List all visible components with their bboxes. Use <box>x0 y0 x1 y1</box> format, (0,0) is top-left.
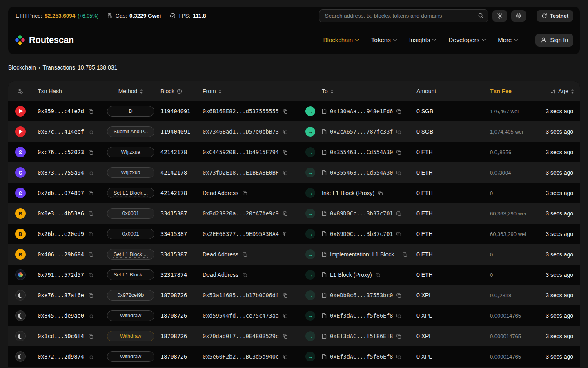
method-pill[interactable]: Withdraw <box>107 310 154 321</box>
to-address-link[interactable]: Implementation: L1 Block... <box>330 251 399 258</box>
block-link[interactable]: 42142178 <box>160 149 187 155</box>
copy-icon[interactable] <box>88 211 94 216</box>
copy-icon[interactable] <box>283 109 288 114</box>
search-input[interactable] <box>324 12 474 19</box>
nav-item-tokens[interactable]: Tokens <box>371 36 397 43</box>
block-link[interactable]: 119404091 <box>160 108 190 114</box>
theme-toggle-button[interactable] <box>492 10 507 22</box>
copy-icon[interactable] <box>88 252 94 257</box>
copy-icon[interactable] <box>242 272 247 278</box>
from-address-link[interactable]: 0x7346Bad1...D57e0bbB73 <box>203 128 279 135</box>
sort-icon[interactable] <box>571 89 574 94</box>
tx-hash-link[interactable]: 0x845...de9ae0 <box>38 312 84 319</box>
method-pill[interactable]: Set L1 Block ... <box>107 249 154 260</box>
copy-icon[interactable] <box>402 252 408 257</box>
method-pill[interactable]: Set L1 Block ... <box>107 269 154 280</box>
to-address-link[interactable]: 0x89D0Cc...3b37c701 <box>330 210 393 217</box>
age-value[interactable]: 3 secs ago <box>546 251 573 258</box>
copy-icon[interactable] <box>242 191 247 196</box>
sort-icon[interactable] <box>140 89 143 94</box>
age-value[interactable]: 3 secs ago <box>546 272 573 278</box>
age-value[interactable]: 3 secs ago <box>546 333 573 339</box>
block-link[interactable]: 32317874 <box>160 272 187 278</box>
sign-in-button[interactable]: Sign In <box>535 34 573 47</box>
network-button[interactable]: Testnet <box>537 10 573 22</box>
to-address-link[interactable]: 0xEf3dAC...f5f86Ef8 <box>330 312 393 319</box>
copy-icon[interactable] <box>88 129 94 135</box>
copy-icon[interactable] <box>396 231 401 237</box>
sort-icon[interactable] <box>218 89 222 94</box>
tx-hash-link[interactable]: 0x1cd...50c6f4 <box>38 333 84 339</box>
search-icon[interactable] <box>478 13 484 19</box>
block-link[interactable]: 33415387 <box>160 210 187 217</box>
age-value[interactable]: 3 secs ago <box>546 149 573 155</box>
from-address-link[interactable]: 0x6B16BE82...d537555555 <box>203 108 279 114</box>
copy-icon[interactable] <box>283 354 288 359</box>
age-value[interactable]: 3 secs ago <box>546 108 573 114</box>
tx-hash-link[interactable]: 0x7db...074897 <box>38 190 84 196</box>
to-address-link[interactable]: 0xf30aAa...948e1Fd6 <box>330 108 393 114</box>
copy-icon[interactable] <box>396 293 401 298</box>
to-address-link[interactable]: 0xeDb8c6...37553bc0 <box>330 292 393 298</box>
copy-icon[interactable] <box>88 170 94 175</box>
method-pill[interactable]: Set L1 Block ... <box>107 188 154 198</box>
nav-item-blockchain[interactable]: Blockchain <box>323 36 359 43</box>
from-address-link[interactable]: 0x5e60F2b2...BC3d5a940c <box>203 353 279 360</box>
block-link[interactable]: 33415387 <box>160 251 187 258</box>
sort-direction-icon[interactable] <box>550 89 556 94</box>
tx-hash-link[interactable]: 0xc76...c52023 <box>38 149 84 155</box>
to-address-link[interactable]: 0x2cA657...787fc33f <box>330 128 393 135</box>
copy-icon[interactable] <box>283 170 288 175</box>
from-address-link[interactable]: 0xC4459208...1b4915F794 <box>203 149 279 155</box>
copy-icon[interactable] <box>396 129 401 135</box>
copy-icon[interactable] <box>396 170 401 175</box>
to-address-link[interactable]: Ink: L1 Block (Proxy) <box>322 190 374 196</box>
age-value[interactable]: 3 secs ago <box>546 190 573 196</box>
nav-item-insights[interactable]: Insights <box>409 36 437 43</box>
block-link[interactable]: 18708726 <box>160 292 187 298</box>
method-pill[interactable]: 0x0001 <box>107 208 154 219</box>
copy-icon[interactable] <box>283 150 288 155</box>
copy-icon[interactable] <box>375 272 381 278</box>
copy-icon[interactable] <box>88 191 94 196</box>
nav-item-more[interactable]: More <box>498 36 518 43</box>
copy-icon[interactable] <box>283 211 288 216</box>
to-address-link[interactable]: 0x89D0Cc...3b37c701 <box>330 231 393 237</box>
tx-hash-link[interactable]: 0x872...2d9874 <box>38 353 84 360</box>
age-value[interactable]: 3 secs ago <box>546 231 573 237</box>
tx-hash-link[interactable]: 0x67c...414eef <box>38 128 84 135</box>
block-link[interactable]: 18708726 <box>160 333 187 339</box>
copy-icon[interactable] <box>396 313 401 319</box>
tx-hash-link[interactable]: 0x859...c4fe7d <box>38 108 84 114</box>
breadcrumb-blockchain[interactable]: Blockchain <box>8 64 36 71</box>
tx-hash-link[interactable]: 0x26b...e20ed9 <box>38 231 84 237</box>
copy-icon[interactable] <box>283 334 288 339</box>
nav-item-developers[interactable]: Developers <box>448 36 486 43</box>
block-link[interactable]: 18708726 <box>160 312 187 319</box>
copy-icon[interactable] <box>88 313 94 319</box>
copy-icon[interactable] <box>283 313 288 319</box>
from-address-link[interactable]: 0x2EE68377...9ED95A30A4 <box>203 231 279 237</box>
settings-button[interactable] <box>511 10 526 22</box>
block-link[interactable]: 119404091 <box>160 128 190 135</box>
age-value[interactable]: 3 secs ago <box>546 292 573 298</box>
from-address-link[interactable]: Dead Address <box>203 272 238 278</box>
sort-icon[interactable] <box>330 89 334 94</box>
method-pill[interactable]: 0x972cef9b <box>107 290 154 301</box>
method-pill[interactable]: 0x0001 <box>107 229 154 239</box>
brand[interactable]: Routescan <box>15 35 74 45</box>
to-address-link[interactable]: L1 Block (Proxy) <box>330 272 372 278</box>
block-link[interactable]: 42142178 <box>160 190 187 196</box>
to-address-link[interactable]: 0x355463...Cd554A30 <box>330 149 393 155</box>
copy-icon[interactable] <box>396 211 401 216</box>
copy-icon[interactable] <box>88 354 94 359</box>
copy-icon[interactable] <box>283 293 288 298</box>
age-value[interactable]: 3 secs ago <box>546 169 573 176</box>
tx-hash-link[interactable]: 0xe76...87af6e <box>38 292 84 298</box>
method-pill[interactable]: Wfjizxua <box>107 147 154 157</box>
from-address-link[interactable]: 0x73fD2E18...E1BEA8E0BF <box>203 169 279 176</box>
copy-icon[interactable] <box>396 334 401 339</box>
copy-icon[interactable] <box>396 354 401 359</box>
copy-icon[interactable] <box>283 231 288 237</box>
tx-hash-link[interactable]: 0x0e3...4b53a6 <box>38 210 84 217</box>
